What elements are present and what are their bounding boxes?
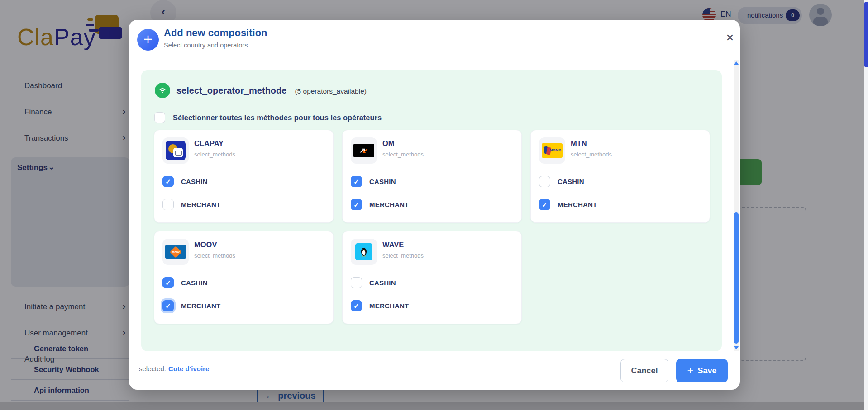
merchant-row: MERCHANT: [539, 199, 597, 210]
merchant-row: MERCHANT: [162, 300, 220, 311]
header-divider: [129, 61, 277, 61]
merchant-row: MERCHANT: [351, 300, 409, 311]
select-all-checkbox[interactable]: [154, 112, 165, 123]
cashin-row: CASHIN: [162, 176, 208, 187]
clapay-logo-icon: [166, 141, 186, 160]
cashin-checkbox[interactable]: [162, 277, 174, 288]
merchant-label: MERCHANT: [369, 201, 409, 208]
cashin-row: CASHIN: [351, 176, 396, 187]
merchant-label: MERCHANT: [558, 201, 597, 208]
moov-logo-icon: Moov: [165, 245, 186, 259]
operator-name: CLAPAY: [194, 139, 224, 148]
operator-card-wave: WAVE select_methods CASHIN MERCHANT: [342, 231, 522, 324]
save-button[interactable]: Save: [676, 359, 728, 382]
select-all-label: Sélectionner toutes les méthodes pour to…: [173, 113, 382, 122]
operators-panel: select_operator_methode (5 operators_ava…: [141, 70, 722, 351]
operator-name: MOOV: [194, 240, 217, 249]
cashin-checkbox[interactable]: [539, 176, 550, 187]
cashin-row: CASHIN: [351, 277, 396, 288]
add-composition-modal: Add new composition Select country and o…: [129, 20, 740, 390]
plus-circle-icon: [137, 29, 159, 51]
section-header: select_operator_methode (5 operators_ava…: [155, 83, 367, 98]
merchant-checkbox[interactable]: [351, 199, 362, 210]
operator-name: MTN: [571, 139, 587, 148]
cashin-label: CASHIN: [181, 178, 208, 185]
cashin-row: CASHIN: [162, 277, 208, 288]
selected-label: selected:: [139, 365, 166, 372]
close-icon[interactable]: [723, 31, 737, 45]
operator-subtitle: select_methods: [382, 151, 424, 158]
scroll-down-arrow-icon[interactable]: [734, 346, 739, 349]
operator-cards-grid: CLAPAY select_methods CASHIN MERCHANT: [154, 130, 711, 324]
scroll-up-arrow-icon[interactable]: [734, 61, 739, 65]
modal-scrollbar-track[interactable]: [734, 60, 739, 351]
cashin-label: CASHIN: [181, 279, 208, 287]
cashin-row: CASHIN: [539, 176, 584, 187]
operator-subtitle: select_methods: [194, 252, 235, 259]
operator-subtitle: select_methods: [382, 252, 424, 259]
moov-logo-text: Moov: [172, 250, 180, 253]
cancel-button[interactable]: Cancel: [620, 359, 668, 382]
save-button-label: Save: [697, 366, 716, 376]
operator-name: OM: [382, 139, 395, 148]
operator-card-mtn: MoMo MTN select_methods CASHIN MERCHANT: [530, 130, 710, 223]
mtn-momo-logo-icon: MoMo: [542, 143, 563, 158]
merchant-row: MERCHANT: [162, 199, 220, 210]
cashin-checkbox[interactable]: [162, 176, 174, 187]
merchant-checkbox[interactable]: [539, 199, 550, 210]
plus-icon: [687, 364, 693, 377]
merchant-label: MERCHANT: [181, 302, 220, 310]
operator-logo: MoMo: [539, 137, 565, 164]
selected-country-link[interactable]: Cote d'ivoire: [168, 365, 209, 372]
merchant-checkbox[interactable]: [162, 300, 174, 311]
select-all-row: Sélectionner toutes les méthodes pour to…: [154, 112, 382, 123]
mtn-logo-text: MoMo: [549, 148, 561, 152]
selected-country-line: selected:Cote d'ivoire: [139, 365, 209, 372]
operator-card-clapay: CLAPAY select_methods CASHIN MERCHANT: [154, 130, 334, 223]
cashin-checkbox[interactable]: [351, 277, 362, 288]
merchant-checkbox[interactable]: [351, 300, 362, 311]
wave-penguin-logo-icon: [355, 243, 372, 260]
modal-scrollbar-thumb[interactable]: [734, 212, 739, 344]
cancel-button-label: Cancel: [631, 366, 658, 376]
operator-subtitle: select_methods: [194, 151, 235, 158]
page-scrollbar-track[interactable]: [864, 0, 868, 410]
merchant-row: MERCHANT: [351, 199, 409, 210]
cashin-label: CASHIN: [558, 178, 584, 185]
operator-logo: [351, 239, 377, 265]
merchant-checkbox[interactable]: [162, 199, 174, 210]
operator-name: WAVE: [382, 240, 404, 249]
modal-subtitle: Select country and operators: [164, 42, 248, 49]
operator-card-om: OM select_methods CASHIN MERCHANT: [342, 130, 522, 223]
modal-title: Add new composition: [164, 27, 267, 39]
wifi-icon: [155, 83, 170, 98]
operator-logo: [162, 137, 189, 164]
merchant-label: MERCHANT: [369, 302, 409, 310]
page-scrollbar-thumb[interactable]: [864, 2, 868, 67]
operator-subtitle: select_methods: [571, 151, 612, 158]
merchant-label: MERCHANT: [181, 201, 220, 208]
cashin-label: CASHIN: [369, 279, 396, 287]
app-root: ClaPay Dashboard Finance Transactions Se…: [0, 0, 868, 410]
operator-card-moov: Moov MOOV select_methods CASHIN MERCHANT: [154, 231, 334, 324]
operators-available-note: (5 operators_available): [295, 87, 367, 95]
om-logo-icon: [353, 144, 374, 157]
section-title: select_operator_methode: [176, 85, 286, 96]
operator-logo: [351, 137, 377, 164]
cashin-label: CASHIN: [369, 178, 396, 185]
cashin-checkbox[interactable]: [351, 176, 362, 187]
operator-logo: Moov: [162, 239, 189, 265]
